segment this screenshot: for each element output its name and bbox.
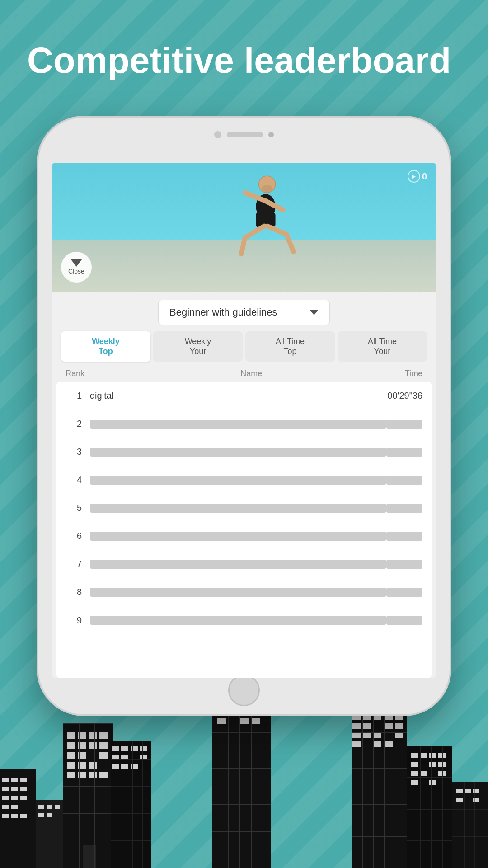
close-label: Close [68,268,84,275]
phone-frame: ▶ 0 Close Beginner with guidelines Weekl… [38,118,450,714]
svg-rect-111 [385,723,393,729]
svg-rect-14 [2,787,9,791]
svg-rect-106 [373,714,381,720]
table-row: 5 [56,494,432,522]
svg-line-6 [245,226,264,238]
svg-rect-40 [99,742,108,749]
svg-rect-118 [373,741,381,747]
rank-number: 9 [66,615,82,626]
svg-point-1 [262,185,273,192]
svg-rect-47 [67,772,75,778]
svg-rect-39 [89,742,97,749]
entry-name-blurred [90,616,386,625]
svg-rect-20 [2,805,9,809]
svg-rect-11 [2,778,9,782]
entry-name-blurred [90,588,386,597]
svg-rect-49 [89,772,97,778]
svg-rect-148 [465,789,471,793]
entry-time-blurred [386,560,422,569]
entry-time-blurred [386,532,422,541]
table-header: Rank Name Time [52,366,436,382]
svg-rect-136 [420,771,427,776]
entry-time-blurred [386,504,422,513]
dropdown-container: Beginner with guidelines [52,292,436,331]
svg-rect-57 [112,746,119,751]
rank-number: 7 [66,559,82,569]
dropdown-label: Beginner with guidelines [169,307,277,318]
difficulty-dropdown[interactable]: Beginner with guidelines [158,300,330,325]
svg-rect-117 [352,741,361,747]
rank-number: 5 [66,503,82,513]
svg-rect-23 [11,814,18,818]
tab-alltime-your[interactable]: All TimeYour [338,331,427,362]
rank-number: 8 [66,587,82,597]
svg-rect-28 [55,805,60,809]
svg-rect-16 [20,787,27,791]
phone-top [214,131,274,138]
entry-name-blurred [90,504,386,513]
svg-rect-27 [47,805,52,809]
entry-time-blurred [386,616,422,625]
svg-rect-132 [411,762,418,767]
svg-rect-119 [385,741,393,747]
svg-rect-37 [67,742,75,749]
svg-rect-30 [47,813,52,817]
svg-rect-135 [411,771,418,776]
svg-rect-110 [363,723,371,729]
tab-weekly-your[interactable]: WeeklyYour [153,331,243,362]
play-icon: ▶ [408,170,420,183]
svg-rect-12 [11,778,18,782]
svg-rect-19 [20,796,27,800]
tab-alltime-top[interactable]: All TimeTop [245,331,335,362]
svg-rect-128 [411,753,418,758]
svg-rect-13 [20,778,27,782]
col-time-header: Time [405,369,422,378]
close-button[interactable]: Close [61,252,92,283]
svg-line-8 [267,226,286,234]
entry-time-blurred [386,588,422,597]
svg-rect-109 [352,723,361,729]
svg-rect-35 [89,732,97,739]
svg-rect-133 [429,762,436,767]
col-name-header: Name [240,369,262,378]
svg-rect-104 [352,714,361,720]
close-triangle-icon [71,259,82,267]
phone-home-button[interactable] [228,675,260,706]
entry-name-blurred [90,476,386,485]
svg-rect-147 [456,789,463,793]
entry-name-blurred [90,532,386,541]
svg-rect-134 [438,762,446,767]
tab-bar: WeeklyTop WeeklyYour All TimeTop All Tim… [61,331,427,362]
svg-rect-41 [67,752,75,759]
svg-rect-91 [217,718,226,724]
dropdown-arrow-icon [310,310,319,315]
svg-rect-102 [352,705,407,868]
svg-rect-43 [99,752,108,759]
table-row: 9 [56,606,432,634]
svg-rect-105 [363,714,371,720]
svg-rect-92 [239,718,249,724]
svg-rect-108 [395,714,403,720]
svg-rect-64 [112,764,119,769]
video-banner: ▶ 0 Close [52,163,436,292]
svg-rect-44 [67,762,75,769]
phone-front-camera [268,132,274,137]
svg-rect-22 [2,814,9,818]
svg-rect-93 [251,718,260,724]
svg-rect-113 [352,732,361,738]
tab-weekly-top[interactable]: WeeklyTop [61,331,150,362]
table-row: 7 [56,550,432,578]
table-row: 6 [56,522,432,550]
svg-rect-112 [395,723,403,729]
entry-name-blurred [90,420,386,429]
entry-name-blurred [90,448,386,457]
entry-time-blurred [386,448,422,457]
svg-rect-50 [99,772,108,778]
table-row: 2 [56,410,432,438]
rank-number: 1 [66,391,82,401]
svg-rect-60 [140,746,147,751]
svg-rect-150 [456,798,463,802]
svg-rect-129 [420,753,427,758]
svg-rect-36 [99,732,108,739]
svg-rect-18 [11,796,18,800]
